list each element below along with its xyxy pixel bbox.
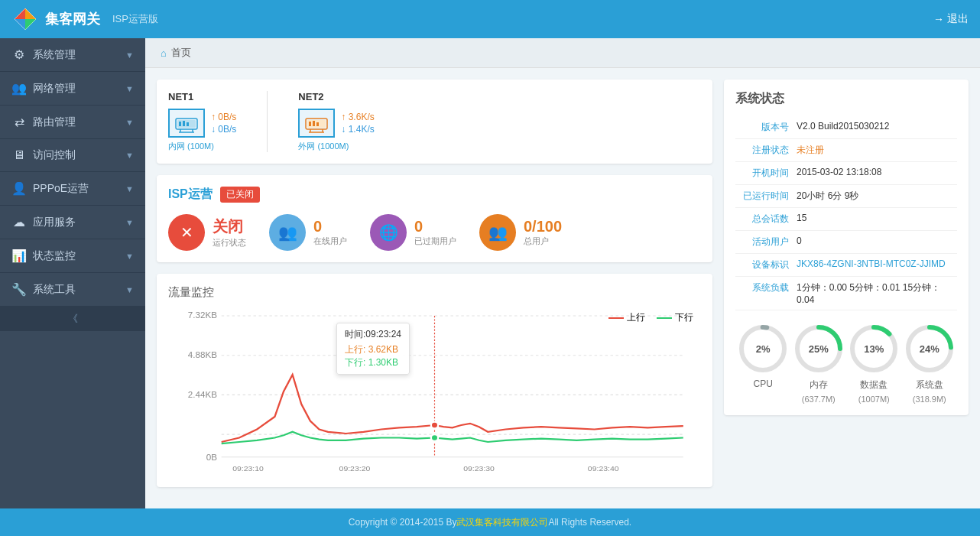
online-value: 0 <box>313 218 347 236</box>
left-panel: NET1 <box>157 80 712 499</box>
sys-row-boot: 开机时间 2015-03-02 13:18:08 <box>735 162 957 185</box>
chevron-icon: ▼ <box>125 50 134 60</box>
data-disk-label: 数据盘 <box>860 378 888 391</box>
net2-speeds: ↑ 3.6K/s ↓ 1.4K/s <box>341 112 374 135</box>
network-status-row: NET1 <box>168 91 701 152</box>
online-users-icon: 👥 <box>269 214 306 251</box>
active-value: 0 <box>797 236 802 249</box>
total-users-icon: 👥 <box>479 214 516 251</box>
isp-run-status: ✕ 关闭 运行状态 <box>168 214 246 251</box>
net1-title: NET1 <box>168 91 236 102</box>
net2-item: NET2 <box>298 91 374 152</box>
footer-text-after: All Rights Reserved. <box>548 517 631 528</box>
breadcrumb: ⌂ 首页 <box>145 38 980 68</box>
app-header: 集客网关 ISP运营版 → 退出 <box>0 0 980 38</box>
svg-rect-16 <box>313 121 315 126</box>
system-status-card: 系统状态 版本号 V2.0 Build2015030212 注册状态 未注册 开… <box>724 80 969 415</box>
sidebar: ⚙ 系统管理 ▼ 👥 网络管理 ▼ ⇄ 路由管理 ▼ 🖥 访问控制 ▼ 👤 PP… <box>0 38 145 508</box>
legend-down: 下行 <box>657 311 693 324</box>
boot-value: 2015-03-02 13:18:08 <box>797 167 881 180</box>
boot-label: 开机时间 <box>735 167 797 180</box>
cloud-icon: ☁ <box>11 215 27 229</box>
isp-total-users: 👥 0/100 总用户 <box>479 214 562 251</box>
svg-text:0B: 0B <box>206 453 217 462</box>
svg-text:09:23:20: 09:23:20 <box>339 465 371 473</box>
data-disk-sublabel: (1007M) <box>858 395 890 404</box>
online-info: 0 在线用户 <box>313 218 347 247</box>
home-icon: ⌂ <box>161 47 167 59</box>
logo-area: 集客网关 ISP运营版 <box>11 5 158 33</box>
sidebar-item-access-control[interactable]: 🖥 访问控制 ▼ <box>0 139 145 172</box>
total-value: 0/100 <box>524 218 562 236</box>
net1-download: ↓ 0B/s <box>211 124 236 135</box>
sessions-value: 15 <box>797 213 806 226</box>
chevron-icon: ▼ <box>125 184 134 193</box>
net1-icon <box>168 109 205 138</box>
sidebar-label: PPPoE运营 <box>33 182 119 196</box>
gauge-memory: 25% 内存 (637.7M) <box>792 322 845 404</box>
sidebar-label: 应用服务 <box>33 216 119 229</box>
sidebar-item-app-service[interactable]: ☁ 应用服务 ▼ <box>0 206 145 239</box>
chart-legend: 上行 下行 <box>608 311 693 324</box>
sidebar-item-pppoe-ops[interactable]: 👤 PPPoE运营 ▼ <box>0 172 145 206</box>
content-area: NET1 <box>145 68 980 508</box>
cpu-label: CPU <box>754 378 773 389</box>
expired-value: 0 <box>414 218 456 236</box>
svg-text:7.32KB: 7.32KB <box>188 311 217 320</box>
isp-online-users: 👥 0 在线用户 <box>269 214 347 251</box>
net2-icon <box>298 109 335 138</box>
chevron-icon: ▼ <box>125 252 134 261</box>
sidebar-item-network-mgmt[interactable]: 👥 网络管理 ▼ <box>0 72 145 106</box>
sessions-label: 总会话数 <box>735 213 797 226</box>
sys-row-active: 活动用户 0 <box>735 231 957 254</box>
memory-gauge-canvas: 25% <box>792 322 845 375</box>
app-subtitle: ISP运营版 <box>112 12 158 26</box>
chevron-icon: ▼ <box>125 218 134 227</box>
isp-expired-users: 🌐 0 已过期用户 <box>370 214 456 251</box>
sidebar-label: 系统工具 <box>33 283 119 297</box>
sidebar-item-status-monitor[interactable]: 📊 状态监控 ▼ <box>0 239 145 273</box>
logout-button[interactable]: → 退出 <box>933 12 969 26</box>
sidebar-item-system-tools[interactable]: 🔧 系统工具 ▼ <box>0 273 145 307</box>
memory-label: 内存 <box>810 378 828 391</box>
network-icon: 👥 <box>11 81 27 96</box>
gauge-sys-disk: 24% 系统盘 (318.9M) <box>903 322 956 404</box>
load-label: 系统负载 <box>735 281 797 305</box>
sys-row-reg: 注册状态 未注册 <box>735 139 957 162</box>
sys-row-device: 设备标识 JKX86-4ZGNI-3NTBI-MTC0Z-JJIMD <box>735 254 957 277</box>
data-disk-gauge-canvas: 13% <box>847 322 900 375</box>
legend-up-line <box>608 317 624 319</box>
device-value: JKX86-4ZGNI-3NTBI-MTC0Z-JJIMD <box>797 258 946 271</box>
net2-upload: ↑ 3.6K/s <box>341 112 374 122</box>
chart-card: 流量监控 7.32KB 4.88KB 2.44KB <box>157 274 712 487</box>
sidebar-item-system-mgmt[interactable]: ⚙ 系统管理 ▼ <box>0 38 145 72</box>
user-icon: 👤 <box>11 181 27 196</box>
sys-row-uptime: 已运行时间 20小时 6分 9秒 <box>735 185 957 208</box>
sidebar-label: 网络管理 <box>33 82 119 96</box>
cpu-gauge-value: 2% <box>756 343 771 355</box>
net2-icon-row: ↑ 3.6K/s ↓ 1.4K/s <box>298 109 374 138</box>
sidebar-item-routing-mgmt[interactable]: ⇄ 路由管理 ▼ <box>0 106 145 139</box>
monitor-icon: 🖥 <box>11 148 27 162</box>
logo-icon <box>11 5 39 33</box>
status-value: 关闭 <box>213 216 246 237</box>
total-info: 0/100 总用户 <box>524 218 562 247</box>
gauges-row: 2% CPU 25% <box>735 322 957 404</box>
right-panel: 系统状态 版本号 V2.0 Build2015030212 注册状态 未注册 开… <box>724 80 969 499</box>
footer-link[interactable]: 武汉集客科技有限公司 <box>456 516 548 529</box>
expired-label: 已过期用户 <box>414 236 456 247</box>
sidebar-collapse-button[interactable]: 《 <box>0 307 145 331</box>
svg-rect-7 <box>179 122 181 126</box>
svg-marker-1 <box>15 8 25 19</box>
sys-disk-gauge-canvas: 24% <box>903 322 956 375</box>
sys-disk-label: 系统盘 <box>916 378 943 391</box>
sidebar-label: 系统管理 <box>33 48 119 62</box>
legend-up-label: 上行 <box>627 311 645 324</box>
gear-icon: ⚙ <box>11 47 27 62</box>
breadcrumb-home-label: 首页 <box>171 46 191 60</box>
svg-text:09:23:10: 09:23:10 <box>232 465 264 473</box>
chevron-icon: ▼ <box>125 118 134 127</box>
collapse-icon: 《 <box>68 312 78 326</box>
active-label: 活动用户 <box>735 236 797 249</box>
svg-text:2.44KB: 2.44KB <box>188 390 217 399</box>
